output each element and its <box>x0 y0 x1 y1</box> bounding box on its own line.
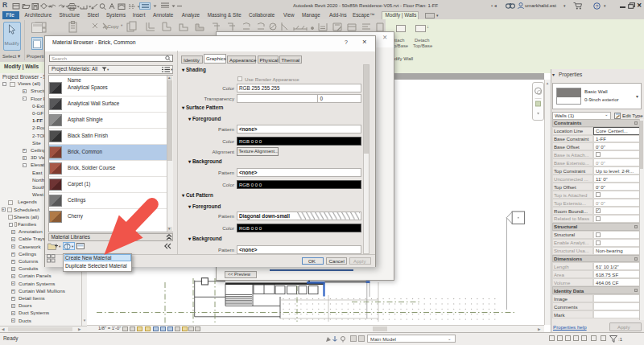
svg-text:?: ? <box>596 2 599 8</box>
